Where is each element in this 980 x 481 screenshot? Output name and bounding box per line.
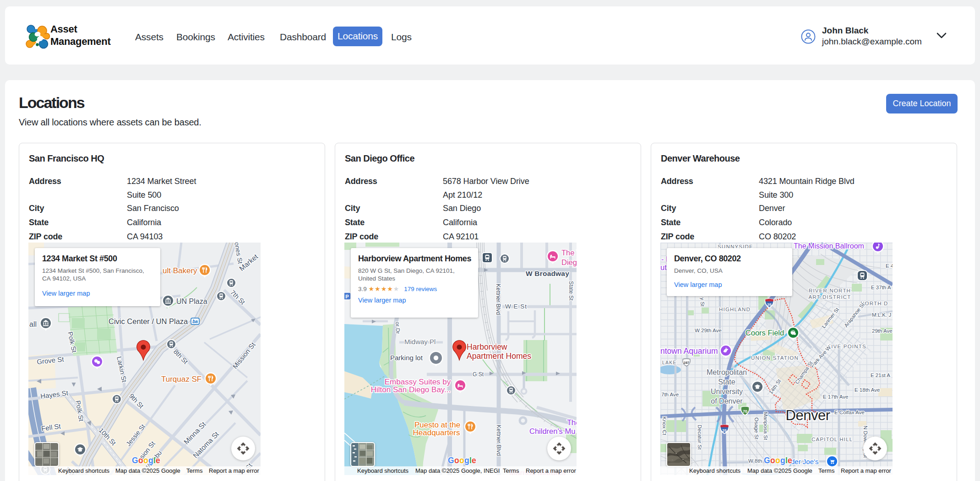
svg-text:Kettner Blvd: Kettner Blvd	[495, 425, 502, 456]
svg-text:W E St: W E St	[505, 303, 527, 310]
svg-text:CAPITOL HILL: CAPITOL HILL	[811, 437, 853, 442]
svg-text:UNION STATION: UNION STATION	[751, 355, 799, 361]
svg-text:LAKE: LAKE	[662, 360, 677, 365]
svg-text:Headquarters: Headquarters	[413, 428, 460, 437]
svg-text:Parking lot: Parking lot	[390, 354, 423, 362]
svg-text:E 4: E 4	[886, 263, 893, 269]
svg-text:29th Ave: 29th Ave	[872, 328, 893, 334]
svg-text:E 21st A: E 21st A	[871, 373, 890, 378]
svg-text:Knox Ct: Knox Ct	[662, 416, 667, 436]
svg-text:or Dr: or Dr	[394, 322, 401, 334]
svg-text:Harborview: Harborview	[467, 342, 507, 351]
svg-text:y St: y St	[700, 297, 705, 307]
svg-text:der Joe's: der Joe's	[791, 458, 818, 465]
svg-text:State: State	[718, 378, 735, 386]
svg-text:The V: The V	[561, 249, 577, 257]
svg-text:287: 287	[684, 361, 690, 365]
svg-text:UN Plaza: UN Plaza	[176, 297, 207, 305]
svg-text:Coors Field: Coors Field	[746, 329, 784, 337]
svg-text:FIVE POINTS: FIVE POINTS	[828, 344, 866, 349]
svg-text:P: P	[345, 294, 348, 299]
svg-text:E 37th A: E 37th A	[871, 285, 891, 290]
svg-text:E 17th Ave: E 17th Ave	[823, 394, 848, 400]
svg-text:ut: ut	[660, 263, 667, 271]
svg-text:Turquaz SF: Turquaz SF	[161, 375, 201, 384]
svg-text:Apartment Homes: Apartment Homes	[467, 351, 531, 361]
svg-text:ART DISTRICT: ART DISTRICT	[808, 294, 851, 300]
svg-text:ult Bakery: ult Bakery	[163, 266, 197, 275]
svg-text:Civic Center / UN Plaza: Civic Center / UN Plaza	[109, 317, 188, 325]
svg-text:7th Ave: 7th Ave	[661, 392, 679, 397]
svg-text:ba: ba	[192, 319, 198, 324]
svg-text:Metropolitan: Metropolitan	[707, 368, 747, 376]
svg-text:Dieg: Dieg	[561, 258, 577, 266]
svg-text:G St: G St	[473, 371, 484, 378]
svg-text:University: University	[711, 388, 743, 395]
svg-text:25: 25	[767, 303, 772, 307]
svg-text:all: all	[29, 320, 37, 328]
svg-text:W Broadway: W Broadway	[526, 270, 569, 277]
svg-text:E 18th Ave: E 18th Ave	[855, 387, 880, 393]
svg-text:State St: State St	[568, 281, 574, 301]
svg-text:RIVER NORTH: RIVER NORTH	[809, 288, 851, 293]
svg-text:70: 70	[743, 409, 747, 414]
svg-text:of Denver: of Denver	[711, 397, 743, 405]
svg-text:ntown Aquarium: ntown Aquarium	[660, 346, 718, 356]
svg-text:Denver: Denver	[786, 407, 830, 423]
svg-text:Hilton San Diego Bay...: Hilton San Diego Bay...	[371, 385, 451, 394]
svg-text:Osage St: Osage St	[754, 417, 759, 440]
svg-text:W 29th Ave: W 29th Ave	[695, 328, 722, 333]
svg-text:Decatur St: Decatur St	[697, 425, 702, 450]
svg-text:Midway Pl: Midway Pl	[404, 338, 436, 346]
svg-text:Kettner Blvd: Kettner Blvd	[495, 284, 501, 315]
svg-text:E Colfax Ave: E Colfax Ave	[834, 410, 865, 415]
svg-text:25: 25	[722, 428, 727, 433]
svg-text:HIGHLAND: HIGHLAND	[719, 307, 751, 312]
svg-text:Mariposa St: Mariposa St	[763, 412, 768, 440]
svg-text:The Mission Ballroom: The Mission Ballroom	[794, 243, 864, 250]
svg-text:The: The	[567, 418, 577, 427]
svg-text:M.L.K. J: M.L.K. J	[872, 312, 891, 318]
svg-text:Children's Mu: Children's Mu	[529, 427, 575, 435]
svg-text:W 8th: W 8th	[748, 458, 762, 464]
